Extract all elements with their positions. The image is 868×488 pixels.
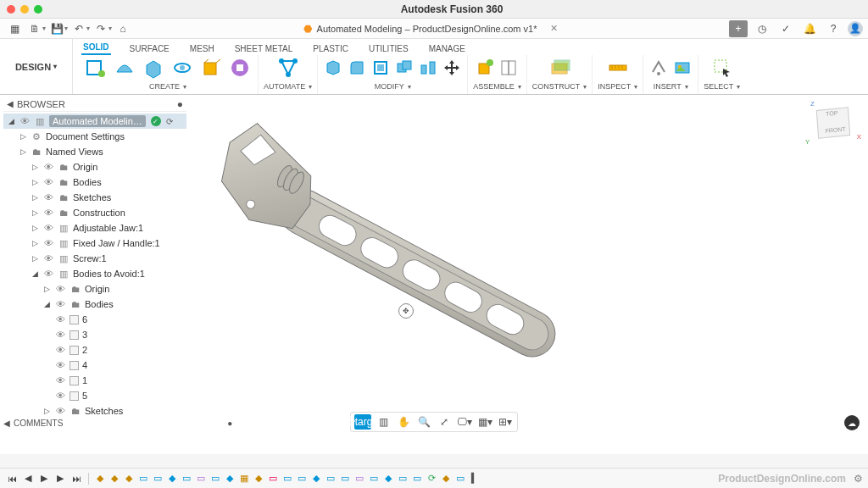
feature-icon[interactable]: ◆ (253, 473, 264, 485)
feature-icon[interactable]: ▭ (181, 473, 192, 485)
save-icon[interactable]: 💾 (47, 20, 66, 37)
feature-icon[interactable]: ▭ (209, 473, 221, 485)
feature-icon[interactable]: ▭ (454, 473, 466, 485)
feature-icon[interactable]: ▭ (137, 473, 149, 485)
fit-button[interactable]: ⤢ (436, 414, 453, 430)
tab-sheet-metal[interactable]: SHEET METAL (233, 42, 295, 55)
joint-icon[interactable] (498, 58, 519, 78)
feature-icon[interactable]: ▭ (411, 473, 423, 485)
tree-body-item[interactable]: 👁1 (3, 373, 186, 388)
browser-options-icon[interactable]: ● (177, 98, 183, 110)
redo-icon[interactable]: ↷ (92, 20, 110, 37)
extrude-icon[interactable] (141, 55, 166, 80)
tree-screw[interactable]: ▷👁▥Screw:1 (3, 251, 186, 266)
minimize-window-button[interactable] (20, 5, 29, 14)
tree-bodies-avoid[interactable]: ◢👁▥Bodies to Avoid:1 (3, 266, 186, 281)
feature-icon[interactable]: ◆ (224, 473, 236, 485)
group-automate-label[interactable]: AUTOMATE (264, 80, 312, 92)
new-design-icon[interactable]: + (729, 20, 748, 37)
feature-icon[interactable]: ▭ (339, 473, 351, 485)
view-cube-face[interactable]: TOP FRONT (816, 107, 850, 139)
measure-icon[interactable] (605, 55, 631, 80)
group-select-label[interactable]: SELECT (704, 80, 740, 92)
insert-decal-icon[interactable] (672, 58, 693, 78)
feature-icon[interactable]: ▭ (296, 473, 308, 485)
tab-surface[interactable]: SURFACE (128, 42, 171, 55)
orbit-button[interactable]: �target (354, 414, 371, 430)
box-icon[interactable] (198, 55, 224, 80)
close-window-button[interactable] (7, 5, 15, 14)
timeline-start-button[interactable]: ⏮ (5, 472, 19, 485)
create-form-icon[interactable] (112, 55, 137, 80)
feature-icon[interactable]: ▭ (353, 473, 365, 485)
tab-plastic[interactable]: PLASTIC (311, 42, 350, 55)
construct-plane-icon[interactable] (547, 55, 572, 80)
timeline-marker-icon[interactable]: ▍ (469, 473, 481, 485)
comments-options-icon[interactable]: ● (227, 419, 232, 428)
feature-icon[interactable]: ▦ (238, 473, 250, 485)
tree-doc-settings[interactable]: ▷⚙Document Settings (3, 129, 186, 144)
tree-fixed-jaw[interactable]: ▷👁▥Fixed Jaw / Handle:1 (3, 236, 186, 251)
viewport-button[interactable]: ⊞▾ (497, 414, 514, 430)
tab-solid[interactable]: SOLID (81, 41, 111, 55)
align-icon[interactable] (418, 58, 438, 78)
collapse-browser-icon[interactable]: ◀ (7, 99, 14, 108)
file-icon[interactable]: 🗎 (25, 20, 44, 37)
new-component-icon[interactable] (475, 58, 495, 78)
feature-icon[interactable]: ▭ (281, 473, 293, 485)
timeline-settings-icon[interactable]: ⚙ (854, 473, 863, 485)
tree-bodies[interactable]: ▷👁🖿Bodies (3, 175, 186, 190)
tab-utilities[interactable]: UTILITIES (367, 42, 410, 55)
feature-icon[interactable]: ▭ (397, 473, 409, 485)
select-icon[interactable] (709, 55, 735, 80)
shell-icon[interactable] (370, 58, 391, 78)
maximize-window-button[interactable] (34, 5, 42, 14)
move-icon[interactable] (442, 58, 462, 78)
new-sketch-icon[interactable] (83, 55, 108, 80)
insert-derive-icon[interactable] (648, 58, 669, 78)
press-pull-icon[interactable] (323, 58, 343, 78)
feature-icon[interactable]: ◆ (94, 473, 106, 485)
home-icon[interactable]: ⌂ (114, 20, 132, 37)
feature-icon[interactable]: ◆ (108, 473, 120, 485)
user-avatar[interactable]: 👤 (848, 21, 863, 36)
feature-icon[interactable]: ▭ (368, 473, 380, 485)
tree-named-views[interactable]: ▷🖿Named Views (3, 144, 186, 159)
grid-settings-button[interactable]: ▦▾ (476, 414, 493, 430)
feature-icon[interactable]: ▭ (325, 473, 337, 485)
feature-icon[interactable]: ◆ (382, 473, 394, 485)
app-menu-icon[interactable]: ▦ (5, 20, 24, 37)
group-modify-label[interactable]: MODIFY (375, 80, 411, 92)
tree-sketches[interactable]: ▷👁🖿Sketches (3, 190, 186, 205)
notifications-icon[interactable]: 🔔 (800, 20, 819, 37)
tree-sub-bodies[interactable]: ◢👁🖿Bodies (3, 297, 186, 312)
group-create-label[interactable]: CREATE (149, 80, 186, 92)
timeline-end-button[interactable]: ⏭ (70, 472, 83, 485)
tree-body-item[interactable]: 👁6 (3, 312, 186, 327)
feature-icon[interactable]: ⟳ (426, 473, 437, 485)
group-inspect-label[interactable]: INSPECT (598, 80, 637, 92)
help-icon[interactable]: ? (824, 20, 843, 37)
feature-icon[interactable]: ▭ (195, 473, 207, 485)
document-tab[interactable]: ⬣ Automated Modeling – ProductDesignOnli… (134, 23, 727, 35)
revolve-icon[interactable] (170, 55, 195, 80)
workspace-switcher[interactable]: DESIGN▾ (0, 39, 73, 94)
tree-body-item[interactable]: 👁4 (3, 358, 186, 373)
timeline-features[interactable]: ◆ ◆ ◆ ▭ ▭ ◆ ▭ ▭ ▭ ◆ ▦ ◆ ▭ ▭ ▭ ◆ ▭ ▭ ▭ ▭ … (94, 473, 481, 485)
group-assemble-label[interactable]: ASSEMBLE (473, 80, 521, 92)
pan-button[interactable]: ✋ (395, 414, 412, 430)
feature-icon[interactable]: ▭ (152, 473, 164, 485)
tab-manage[interactable]: MANAGE (427, 42, 467, 55)
browser-header[interactable]: ◀ BROWSER ● (3, 97, 186, 112)
tree-body-item[interactable]: 👁2 (3, 342, 186, 358)
feature-icon[interactable]: ◆ (123, 473, 135, 485)
extensions-icon[interactable]: ◷ (753, 20, 771, 37)
feature-icon[interactable]: ▭ (267, 473, 279, 485)
fillet-icon[interactable] (347, 58, 367, 78)
tree-root[interactable]: ◢👁 ▥ Automated Modelin… ✓ ⟳ (3, 114, 186, 129)
tree-body-item[interactable]: 👁5 (3, 388, 186, 403)
tree-construction[interactable]: ▷👁🖿Construction (3, 205, 186, 220)
view-cube[interactable]: Z TOP FRONT Y X (805, 100, 861, 146)
timeline-play-button[interactable]: ▶ (37, 472, 51, 485)
close-tab-icon[interactable]: ✕ (550, 23, 558, 34)
